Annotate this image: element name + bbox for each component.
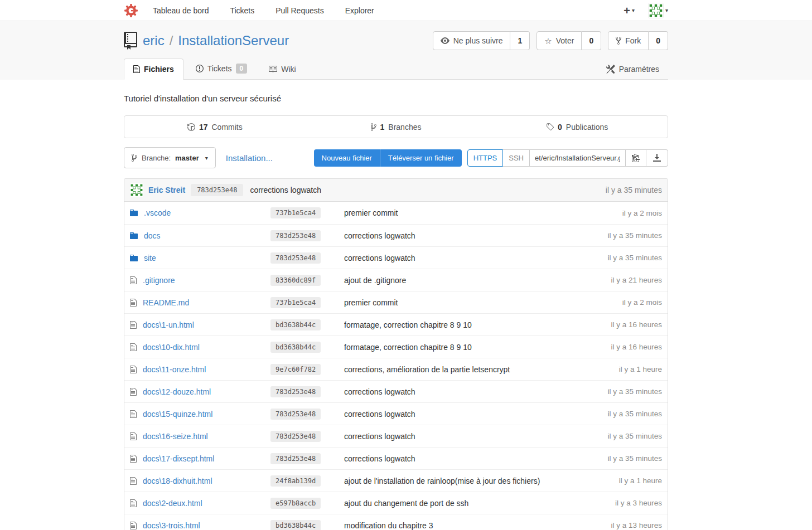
- file-link[interactable]: README.md: [143, 298, 189, 307]
- nav-issues[interactable]: Tickets: [230, 6, 254, 15]
- table-row: docs\16-seize.html 783d253e48 correction…: [124, 425, 668, 447]
- clone-url-input[interactable]: [530, 149, 626, 167]
- file-link[interactable]: docs\1-un.html: [143, 320, 194, 329]
- file-sha-badge[interactable]: 9e7c60f782: [270, 364, 321, 375]
- file-commit-message[interactable]: corrections, amélioration de la partie l…: [344, 365, 612, 374]
- file-link[interactable]: .vscode: [144, 208, 171, 217]
- copy-url-button[interactable]: [626, 149, 646, 167]
- file-commit-message[interactable]: premier commit: [344, 298, 616, 307]
- file-commit-message[interactable]: corrections logwatch: [344, 254, 601, 262]
- file-icon: [130, 521, 137, 530]
- fork-button[interactable]: Fork: [608, 31, 649, 50]
- file-commit-message[interactable]: modification du chapitre 3: [344, 521, 604, 530]
- file-link[interactable]: docs\16-seize.html: [143, 432, 208, 441]
- file-commit-message[interactable]: formatage, correction chapitre 8 9 10: [344, 343, 604, 352]
- file-name-cell: docs\15-quinze.html: [130, 410, 270, 419]
- file-link[interactable]: docs\12-douze.html: [143, 387, 211, 396]
- file-sha-badge[interactable]: 83360dc89f: [270, 275, 321, 286]
- tab-settings[interactable]: Paramètres: [597, 59, 668, 79]
- file-link[interactable]: docs\18-dixhuit.html: [143, 476, 212, 485]
- file-sha-badge[interactable]: 783d253e48: [270, 409, 321, 420]
- file-link[interactable]: docs\15-quinze.html: [143, 410, 212, 419]
- file-commit-message[interactable]: premier commit: [344, 208, 616, 217]
- file-link[interactable]: site: [144, 254, 156, 262]
- file-sha-cell: bd3638b44c: [270, 520, 344, 530]
- download-archive-button[interactable]: [646, 149, 668, 167]
- table-row: docs\3-trois.html bd3638b44c modificatio…: [124, 514, 668, 530]
- file-link[interactable]: docs\3-trois.html: [143, 521, 200, 530]
- fork-count[interactable]: 0: [649, 31, 668, 50]
- star-count[interactable]: 0: [582, 31, 601, 50]
- repo-description: Tutoriel d'installation d'un serveur séc…: [124, 94, 668, 103]
- file-sha-badge[interactable]: bd3638b44c: [270, 520, 321, 530]
- file-commit-message[interactable]: corrections logwatch: [344, 410, 601, 419]
- file-commit-message[interactable]: corrections logwatch: [344, 454, 601, 463]
- gogs-logo-icon[interactable]: [124, 3, 138, 18]
- commits-stat[interactable]: 17 Commits: [124, 123, 306, 132]
- table-row: docs 783d253e48 corrections logwatch il …: [124, 224, 668, 246]
- branch-icon: [371, 123, 376, 132]
- file-link[interactable]: docs\10-dix.html: [143, 343, 200, 352]
- file-sha-badge[interactable]: e597b8accb: [270, 498, 321, 509]
- folder-icon: [130, 231, 138, 240]
- breadcrumb-separator: /: [170, 33, 173, 48]
- clipboard-icon: [632, 153, 640, 162]
- file-commit-message[interactable]: corrections logwatch: [344, 231, 601, 240]
- branch-selector[interactable]: Branche: master ▾: [124, 147, 216, 168]
- https-toggle[interactable]: HTTPS: [467, 149, 504, 167]
- file-icon: [130, 387, 137, 396]
- file-link[interactable]: docs: [144, 231, 161, 240]
- file-commit-message[interactable]: corrections logwatch: [344, 387, 601, 396]
- commit-sha-badge[interactable]: 783d253e48: [191, 184, 243, 196]
- readme-link[interactable]: Installation...: [226, 153, 273, 163]
- commit-message[interactable]: corrections logwatch: [250, 186, 321, 195]
- tab-wiki[interactable]: Wiki: [259, 59, 304, 79]
- file-icon: [130, 454, 137, 463]
- branch-icon: [132, 153, 137, 162]
- file-link[interactable]: .gitignore: [143, 276, 175, 285]
- file-commit-time: il y a 21 heures: [611, 276, 662, 284]
- ssh-toggle[interactable]: SSH: [503, 149, 530, 167]
- eye-icon: [441, 36, 450, 45]
- file-commit-message[interactable]: ajout de .gitignore: [344, 276, 604, 285]
- file-sha-badge[interactable]: 783d253e48: [270, 453, 321, 464]
- nav-dashboard[interactable]: Tableau de bord: [153, 6, 209, 15]
- repo-owner-link[interactable]: eric: [143, 33, 165, 48]
- tab-files[interactable]: Fichiers: [124, 59, 183, 80]
- file-sha-badge[interactable]: 783d253e48: [270, 230, 321, 241]
- file-sha-badge[interactable]: 24f8ab139d: [270, 475, 321, 487]
- upload-file-button[interactable]: Téléverser un fichier: [380, 149, 462, 167]
- new-file-button[interactable]: Nouveau fichier: [314, 149, 380, 167]
- nav-explore[interactable]: Explorer: [345, 6, 374, 15]
- file-commit-message[interactable]: formatage, correction chapitre 8 9 10: [344, 320, 604, 329]
- commit-author-link[interactable]: Eric Streit: [148, 186, 185, 195]
- file-link[interactable]: docs\17-dixsept.html: [143, 454, 214, 463]
- file-link[interactable]: docs\2-deux.html: [143, 499, 202, 508]
- file-icon: [130, 365, 137, 374]
- file-commit-message[interactable]: ajout du changement de port de ssh: [344, 499, 608, 508]
- file-sha-badge[interactable]: bd3638b44c: [270, 319, 321, 330]
- file-commit-message[interactable]: corrections logwatch: [344, 432, 601, 441]
- file-sha-badge[interactable]: 783d253e48: [270, 252, 321, 264]
- fork-group: Fork 0: [608, 31, 668, 50]
- file-icon: [130, 432, 137, 441]
- watch-count[interactable]: 1: [510, 31, 530, 50]
- file-link[interactable]: docs\11-onze.html: [143, 365, 206, 374]
- file-sha-badge[interactable]: 783d253e48: [270, 386, 321, 397]
- file-sha-badge[interactable]: 737b1e5ca4: [270, 297, 321, 308]
- file-sha-badge[interactable]: bd3638b44c: [270, 342, 321, 353]
- nav-pull-requests[interactable]: Pull Requests: [276, 6, 323, 15]
- star-button[interactable]: ☆ Voter: [536, 31, 582, 50]
- file-commit-message[interactable]: ajout de l'installation de rainloop(mise…: [344, 476, 612, 485]
- releases-stat[interactable]: 0 Publications: [486, 123, 668, 132]
- clone-panel: HTTPS SSH: [467, 149, 668, 167]
- user-menu[interactable]: ▾: [639, 3, 668, 18]
- file-sha-badge[interactable]: 783d253e48: [270, 431, 321, 442]
- unwatch-button[interactable]: Ne plus suivre: [433, 31, 511, 50]
- file-commit-time: il y a 35 minutes: [607, 454, 662, 463]
- new-repo-dropdown[interactable]: + ▾: [624, 5, 635, 16]
- branches-stat[interactable]: 1 Branches: [306, 123, 487, 132]
- file-sha-badge[interactable]: 737b1e5ca4: [270, 207, 321, 218]
- repo-name-link[interactable]: InstallationServeur: [178, 33, 289, 48]
- tab-issues[interactable]: Tickets 0: [187, 58, 257, 79]
